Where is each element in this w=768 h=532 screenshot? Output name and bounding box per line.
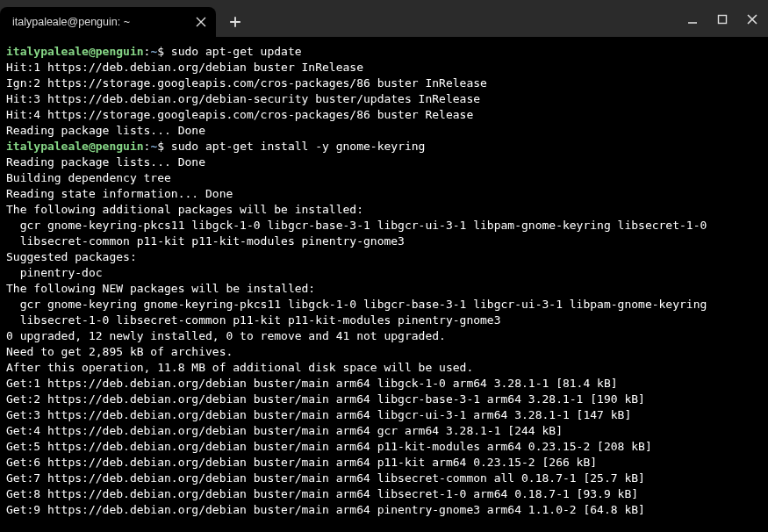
terminal-line: Suggested packages:	[6, 249, 762, 265]
terminal-line: Hit:4 https://storage.googleapis.com/cro…	[6, 107, 762, 123]
terminal-line: Need to get 2,895 kB of archives.	[6, 344, 762, 360]
terminal-line: After this operation, 11.8 MB of additio…	[6, 360, 762, 376]
terminal-line: libsecret-common p11-kit p11-kit-modules…	[6, 234, 762, 249]
titlebar: italypaleale@penguin: ~	[0, 0, 768, 37]
terminal-line: Get:6 https://deb.debian.org/debian bust…	[6, 455, 762, 471]
plus-icon	[229, 16, 241, 28]
prompt-dollar: $	[157, 45, 171, 58]
minimize-icon	[687, 14, 698, 25]
close-icon	[196, 17, 206, 27]
terminal-line: Get:5 https://deb.debian.org/debian bust…	[6, 439, 762, 455]
terminal-line: 0 upgraded, 12 newly installed, 0 to rem…	[6, 328, 762, 344]
terminal-line: Get:3 https://deb.debian.org/debian bust…	[6, 407, 762, 423]
command-text: sudo apt-get update	[171, 45, 302, 58]
terminal-line: The following additional packages will b…	[6, 202, 762, 218]
svg-rect-0	[719, 16, 727, 24]
prompt-user-host: italypaleale@penguin	[6, 140, 144, 153]
terminal-line: Get:9 https://deb.debian.org/debian bust…	[6, 502, 762, 518]
close-tab-button[interactable]	[193, 14, 209, 30]
terminal-line: Get:8 https://deb.debian.org/debian bust…	[6, 486, 762, 502]
terminal-line: Hit:1 https://deb.debian.org/debian bust…	[6, 60, 762, 75]
terminal-line: Ign:2 https://storage.googleapis.com/cro…	[6, 75, 762, 91]
terminal-line: Reading package lists... Done	[6, 123, 762, 139]
close-icon	[747, 14, 757, 25]
terminal-line: pinentry-doc	[6, 265, 762, 281]
terminal-line: gcr gnome-keyring-pkcs11 libgck-1-0 libg…	[6, 218, 762, 234]
terminal-line: libsecret-1-0 libsecret-common p11-kit p…	[6, 313, 762, 328]
terminal-line: gcr gnome-keyring gnome-keyring-pkcs11 l…	[6, 297, 762, 313]
terminal-line: Get:2 https://deb.debian.org/debian bust…	[6, 392, 762, 407]
terminal-line: Reading state information... Done	[6, 186, 762, 202]
window-controls	[680, 7, 764, 32]
maximize-icon	[717, 14, 728, 25]
terminal-line: Get:1 https://deb.debian.org/debian bust…	[6, 376, 762, 392]
active-tab[interactable]: italypaleale@penguin: ~	[0, 7, 216, 37]
prompt-user-host: italypaleale@penguin	[6, 45, 144, 58]
terminal-line: italypaleale@penguin:~$ sudo apt-get ins…	[6, 139, 762, 155]
close-window-button[interactable]	[740, 7, 764, 32]
terminal-line: The following NEW packages will be insta…	[6, 281, 762, 297]
terminal-line: italypaleale@penguin:~$ sudo apt-get upd…	[6, 44, 762, 60]
minimize-button[interactable]	[680, 7, 705, 32]
prompt-dollar: $	[157, 140, 171, 153]
terminal-content[interactable]: italypaleale@penguin:~$ sudo apt-get upd…	[0, 37, 768, 525]
new-tab-button[interactable]	[223, 10, 248, 34]
terminal-line: Get:4 https://deb.debian.org/debian bust…	[6, 423, 762, 439]
terminal-line: Building dependency tree	[6, 170, 762, 186]
command-text: sudo apt-get install -y gnome-keyring	[171, 140, 426, 153]
tab-title: italypaleale@penguin: ~	[12, 14, 193, 30]
terminal-line: Hit:3 https://deb.debian.org/debian-secu…	[6, 91, 762, 107]
terminal-line: Get:7 https://deb.debian.org/debian bust…	[6, 471, 762, 486]
maximize-button[interactable]	[710, 7, 735, 32]
terminal-line: Reading package lists... Done	[6, 155, 762, 170]
